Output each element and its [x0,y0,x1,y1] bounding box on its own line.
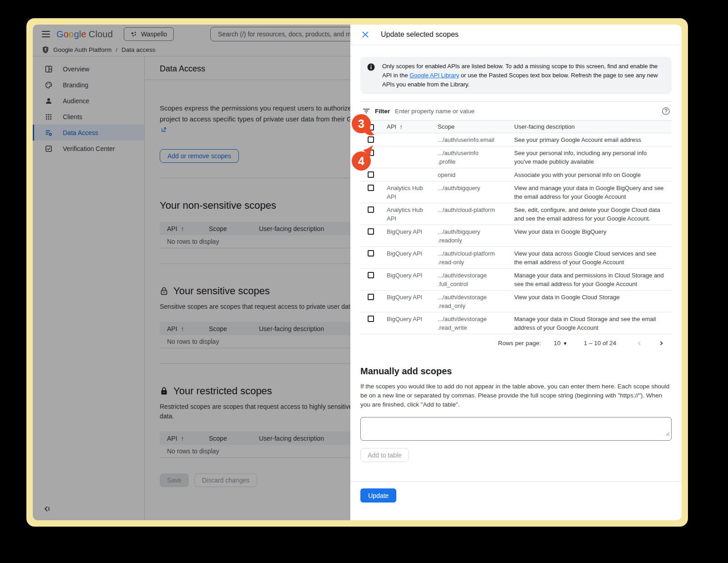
rows-per-page-select[interactable]: 10 [554,340,566,347]
row-checkbox[interactable] [368,316,374,322]
filter-section: Filter [360,101,672,120]
row-scope: .../auth/devstorage .read_write [438,315,514,332]
info-icon [367,63,375,89]
scope-row: Analytics Hub API .../auth/cloud-platfor… [360,203,672,225]
close-icon[interactable] [362,31,369,38]
row-scope: .../auth/cloud-platform .read-only [438,249,514,266]
select-all-checkbox[interactable] [368,124,374,131]
sort-ascending-icon [399,123,403,131]
row-checkbox[interactable] [368,272,374,278]
panel-header: Update selected scopes [350,25,682,45]
scopes-table-header: API Scope User-facing description [360,120,672,133]
row-checkbox[interactable] [368,294,374,300]
scope-row: BigQuery API .../auth/devstorage .read_o… [360,291,672,312]
row-description: View your data in Google BigQuery [514,227,672,236]
row-scope: .../auth/cloud-platform [438,206,514,214]
row-scope: .../auth/bigquery [438,184,514,192]
row-checkbox[interactable] [368,250,374,256]
manually-add-scopes-description: If the scopes you would like to add do n… [360,382,672,409]
panel-footer-divider [350,481,682,482]
row-api: BigQuery API [387,315,438,323]
row-scope: .../auth/bigquery .readonly [438,227,514,245]
row-scope: openid [438,171,514,179]
manual-scopes-textarea[interactable] [360,417,672,441]
scope-row: BigQuery API .../auth/devstorage .read_w… [360,312,672,334]
scope-row: .../auth/userinfo.email See your primary… [360,133,672,146]
row-description: Associate you with your personal info on… [514,171,672,179]
pagination: Rows per page: 10 1 – 10 of 24 ‹ › [360,334,672,352]
scope-row: BigQuery API .../auth/bigquery .readonly… [360,225,672,247]
row-scope: .../auth/userinfo .profile [438,149,514,166]
column-header-scope: Scope [438,123,514,130]
panel-title: Update selected scopes [381,30,459,39]
info-banner: Only scopes for enabled APIs are listed … [360,57,672,94]
rows-per-page-value: 10 [554,340,561,347]
manually-add-scopes-heading: Manually add scopes [360,366,672,377]
row-checkbox[interactable] [368,136,374,143]
rows-per-page-label: Rows per page: [498,340,541,347]
row-scope: .../auth/userinfo.email [438,136,514,144]
row-checkbox[interactable] [368,171,374,178]
row-scope: .../auth/devstorage .full_control [438,271,514,288]
row-checkbox[interactable] [368,228,374,235]
row-description: View your data in Google Cloud Storage [514,293,672,302]
column-header-api[interactable]: API [387,123,438,131]
screenshot-stage: Google Cloud Waspello Search (/) for res… [0,0,728,563]
row-api: BigQuery API [387,271,438,280]
chevron-down-icon [564,340,566,347]
highlight-frame: Google Cloud Waspello Search (/) for res… [26,18,688,527]
filter-input[interactable] [395,108,657,115]
filter-label[interactable]: Filter [375,108,390,115]
row-api: Analytics Hub API [387,184,438,201]
row-scope: .../auth/devstorage .read_only [438,293,514,310]
row-description: Manage your data and permissions in Clou… [514,271,672,288]
row-description: View your data across Google Cloud servi… [514,249,672,266]
scope-row: BigQuery API .../auth/devstorage .full_c… [360,269,672,291]
scope-row: .../auth/userinfo .profile See your pers… [360,146,672,168]
scope-row: openid Associate you with your personal … [360,168,672,181]
row-checkbox[interactable] [368,185,374,191]
add-to-table-button[interactable]: Add to table [360,448,409,462]
resize-handle-icon[interactable] [666,430,670,438]
row-checkbox[interactable] [368,150,374,156]
info-banner-text: Only scopes for enabled APIs are listed … [382,62,663,89]
browser-window: Google Cloud Waspello Search (/) for res… [33,25,682,520]
previous-page-button[interactable]: ‹ [632,338,647,348]
row-api: Analytics Hub API [387,206,438,223]
update-scopes-panel: Update selected scopes Only scopes for e… [350,25,682,520]
row-description: See your primary Google Account email ad… [514,136,672,144]
scope-row: Analytics Hub API .../auth/bigquery View… [360,181,672,203]
row-api: BigQuery API [387,293,438,302]
row-api: BigQuery API [387,227,438,236]
update-button[interactable]: Update [360,488,396,503]
row-description: Manage your data in Cloud Storage and se… [514,315,672,332]
row-api: BigQuery API [387,249,438,258]
scope-row: BigQuery API .../auth/cloud-platform .re… [360,247,672,269]
row-description: See your personal info, including any pe… [514,149,672,166]
row-description: View and manage your data in Google BigQ… [514,184,672,201]
row-checkbox[interactable] [368,206,374,213]
pagination-range: 1 – 10 of 24 [584,340,616,347]
next-page-button[interactable]: › [654,338,669,348]
row-description: See, edit, configure, and delete your Go… [514,206,672,223]
google-api-library-link[interactable]: Google API Library [410,72,459,79]
help-icon[interactable] [662,107,670,115]
filter-icon [363,108,370,114]
column-header-description: User-facing description [514,123,672,130]
scopes-table: API Scope User-facing description .../au… [360,120,672,334]
